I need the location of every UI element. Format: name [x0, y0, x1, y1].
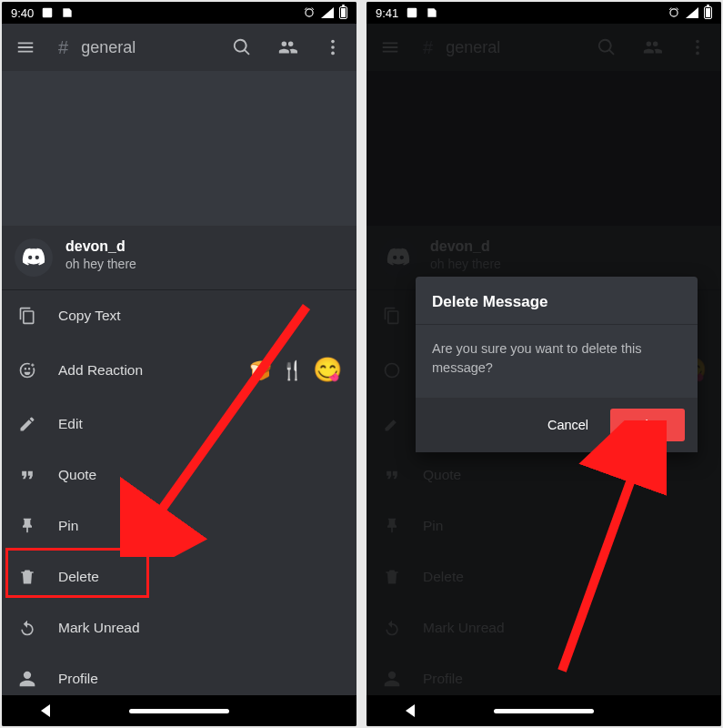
avatar	[15, 238, 53, 277]
menu-label: Mark Unread	[58, 620, 342, 636]
person-icon	[18, 670, 36, 688]
message-action-sheet: devon_d oh hey there Copy Text Add React…	[2, 226, 356, 704]
quote-icon	[18, 466, 36, 484]
nav-home-pill[interactable]	[129, 709, 229, 713]
menu-label: Profile	[58, 671, 342, 687]
discord-logo-icon	[22, 246, 45, 269]
pin-icon	[18, 517, 36, 535]
message-text: oh hey there	[65, 257, 136, 271]
alarm-icon	[303, 6, 316, 19]
members-button[interactable]	[271, 37, 304, 57]
reaction-emoji[interactable]: 🍴	[281, 359, 304, 381]
svg-point-1	[331, 40, 335, 44]
reaction-emoji[interactable]: 🍞	[249, 359, 272, 381]
menu-add-reaction[interactable]: Add Reaction 🍞 🍴 😋	[2, 341, 356, 399]
nav-back-icon[interactable]	[41, 704, 50, 717]
alarm-icon	[668, 6, 680, 19]
channel-title: general	[81, 38, 213, 57]
phone-right: 9:41 # general	[367, 2, 721, 726]
svg-point-3	[331, 52, 335, 56]
battery-icon	[339, 6, 347, 19]
menu-pin[interactable]: Pin	[2, 500, 356, 551]
menu-copy-text[interactable]: Copy Text	[2, 290, 356, 341]
overflow-button[interactable]	[316, 37, 349, 57]
message-username: devon_d	[65, 238, 136, 255]
trash-icon	[18, 568, 36, 586]
dialog-actions: Cancel Delete	[416, 398, 698, 452]
menu-edit[interactable]: Edit	[2, 399, 356, 450]
dots-vertical-icon	[323, 37, 343, 57]
menu-delete[interactable]: Delete	[2, 551, 356, 602]
message-preview: devon_d oh hey there	[2, 226, 356, 290]
channel-hash-icon: #	[58, 37, 68, 58]
cancel-button[interactable]: Cancel	[535, 409, 601, 441]
image-icon	[41, 6, 54, 19]
delete-button[interactable]: Delete	[610, 409, 685, 441]
search-icon	[232, 37, 252, 57]
menu-label: Add Reaction	[58, 362, 229, 379]
menu-quote[interactable]: Quote	[2, 450, 356, 500]
menu-mark-unread[interactable]: Mark Unread	[2, 602, 356, 653]
menu-label: Pin	[58, 518, 342, 534]
emoji-plus-icon	[18, 361, 36, 379]
dialog-body: Are you sure you want to delete this mes…	[416, 325, 698, 398]
copy-icon	[18, 307, 36, 325]
pencil-icon	[18, 415, 36, 433]
android-nav-bar	[2, 695, 356, 726]
reaction-emoji[interactable]: 😋	[313, 356, 342, 384]
chat-area	[2, 71, 356, 226]
hamburger-icon	[15, 37, 35, 57]
nav-back-icon[interactable]	[406, 704, 415, 717]
status-bar: 9:40	[2, 2, 356, 24]
image-icon	[406, 6, 418, 19]
refresh-icon	[18, 619, 36, 637]
menu-label: Quote	[58, 467, 342, 483]
reaction-quick-row: 🍞 🍴 😋	[249, 356, 342, 384]
menu-button[interactable]	[9, 37, 42, 57]
phone-left: 9:40 # general	[2, 2, 356, 726]
signal-icon	[686, 7, 698, 18]
status-time: 9:40	[11, 6, 34, 20]
dialog-title: Delete Message	[416, 277, 698, 325]
menu-label: Delete	[58, 569, 342, 585]
svg-rect-6	[407, 8, 417, 18]
battery-icon	[704, 6, 712, 19]
status-bar: 9:41	[367, 2, 721, 24]
doc-icon	[426, 6, 438, 19]
menu-label: Copy Text	[58, 308, 342, 324]
svg-point-2	[331, 46, 335, 49]
nav-home-pill[interactable]	[494, 709, 594, 713]
signal-icon	[321, 7, 334, 18]
android-nav-bar	[367, 695, 721, 726]
status-time: 9:41	[376, 6, 398, 20]
search-button[interactable]	[226, 37, 258, 57]
people-icon	[277, 37, 297, 57]
delete-confirm-dialog: Delete Message Are you sure you want to …	[416, 277, 698, 452]
svg-rect-0	[43, 8, 53, 18]
menu-label: Edit	[58, 416, 342, 432]
doc-icon	[61, 6, 74, 19]
app-header: # general	[2, 24, 356, 71]
